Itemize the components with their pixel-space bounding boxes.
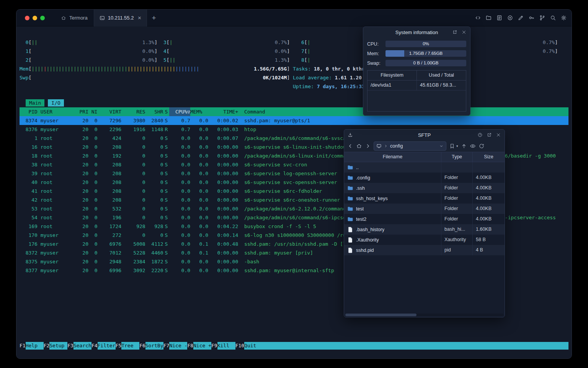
fkey-f9[interactable]: F9 <box>211 342 217 350</box>
sftp-file-row-sshd.pid[interactable]: sshd.pidpid4 B <box>344 245 505 255</box>
tab-home[interactable]: Termora <box>55 10 94 26</box>
record-icon[interactable] <box>507 15 513 21</box>
column-header-mem[interactable]: MEM% <box>190 107 208 116</box>
fkey-f4[interactable]: F4 <box>91 342 98 350</box>
fkey-f1[interactable]: F1 <box>20 342 26 350</box>
fkey-f5[interactable]: F5 <box>116 342 122 350</box>
size-column-header[interactable]: Size <box>473 152 505 162</box>
process-cell: 0.1 <box>190 248 208 257</box>
sftp-file-row-.config[interactable]: .configFolder4.00KB <box>344 172 505 183</box>
file-icon <box>347 227 353 233</box>
show-hidden-files-icon[interactable] <box>470 143 476 149</box>
process-cell: 20 <box>77 196 88 204</box>
column-header-virt[interactable]: VIRT <box>97 107 121 116</box>
close-tab-icon[interactable]: ✕ <box>137 15 141 21</box>
fkey-f6[interactable]: F6 <box>139 342 145 350</box>
sftp-file-row-..[interactable]: .. <box>344 162 505 172</box>
help-icon[interactable] <box>477 132 483 138</box>
code-icon[interactable] <box>475 15 481 21</box>
bookmark-icon[interactable] <box>449 143 455 149</box>
filename-column-header[interactable]: Filename <box>344 152 441 162</box>
tab-session[interactable]: 10.211.55.2 ✕ <box>94 10 147 26</box>
fkey-label-f9[interactable]: Kill <box>217 342 235 350</box>
settings-icon[interactable] <box>560 15 567 21</box>
fkey-label-f7[interactable]: Nice - <box>169 342 187 350</box>
column-header-pid[interactable]: PID <box>20 107 38 116</box>
process-cell: 0.0 <box>169 143 190 151</box>
filesystem-name: /dev/vda1 <box>368 80 417 90</box>
column-header-time[interactable]: TIME+ <box>208 107 238 116</box>
process-cell: 0 <box>88 257 97 266</box>
open-in-window-icon[interactable] <box>487 132 492 138</box>
fkey-label-f3[interactable]: Search <box>74 342 91 350</box>
process-cell: 6976 <box>97 240 121 248</box>
fkey-f10[interactable]: F10 <box>235 342 244 350</box>
path-breadcrumb[interactable]: config <box>374 141 446 151</box>
branch-icon[interactable] <box>539 15 546 21</box>
folder-icon[interactable] <box>485 15 492 21</box>
key-icon[interactable] <box>528 15 535 21</box>
process-cell: 208 <box>97 187 121 196</box>
process-cell: 20 <box>77 160 88 169</box>
zoom-window-button[interactable] <box>40 16 45 20</box>
sftp-file-row-test2[interactable]: test2Folder4.00KB <box>344 214 505 224</box>
home-directory-icon[interactable] <box>356 143 362 149</box>
column-header-shr[interactable]: SHR <box>145 107 163 116</box>
filesystem-used-total: 45.61GB / 58.3... <box>417 80 466 90</box>
fkey-label-f1[interactable]: Help <box>26 342 44 350</box>
process-cell: S <box>163 116 170 125</box>
close-panel-icon[interactable] <box>461 30 467 35</box>
close-window-button[interactable] <box>25 16 29 20</box>
horizontal-scrollbar[interactable] <box>345 314 503 316</box>
column-header-s[interactable]: S <box>163 107 170 116</box>
column-header-user[interactable]: USER <box>38 107 77 116</box>
search-icon[interactable] <box>550 15 556 21</box>
path-dropdown-icon[interactable] <box>439 144 444 148</box>
column-header-pri[interactable]: PRI <box>77 107 88 116</box>
back-icon[interactable] <box>347 143 353 149</box>
edit-icon[interactable] <box>518 15 524 21</box>
filesystem-row[interactable]: /dev/vda1 45.61GB / 58.3... <box>368 80 466 90</box>
process-cell: 272 <box>97 231 121 240</box>
fkey-label-f4[interactable]: Filter <box>98 342 116 350</box>
file-size-cell <box>473 162 505 172</box>
process-cell: S <box>163 204 170 213</box>
fkey-f2[interactable]: F2 <box>44 342 50 350</box>
htop-tab-main[interactable]: Main <box>26 99 44 107</box>
column-header-ni[interactable]: NI <box>88 107 97 116</box>
forward-icon[interactable] <box>365 143 371 149</box>
open-in-window-icon[interactable] <box>452 30 457 35</box>
fkey-f8[interactable]: F8 <box>187 342 193 350</box>
fkey-label-f8[interactable]: Nice + <box>193 342 211 350</box>
sftp-file-row-ssh_host_keys[interactable]: ssh_host_keysFolder4.00KB <box>344 193 505 204</box>
fkey-f7[interactable]: F7 <box>163 342 170 350</box>
minimize-window-button[interactable] <box>33 16 37 20</box>
htop-tab-io[interactable]: I/O <box>48 99 64 107</box>
memory-row: Mem[||||||||||||||||||||||||||||||||||||… <box>20 64 568 73</box>
sftp-file-row-.Xauthority[interactable]: .XauthorityXauthority58 B <box>344 235 505 245</box>
sftp-file-row-test[interactable]: testFolder4.00KB <box>344 204 505 214</box>
fkey-label-f10[interactable]: Quit <box>244 342 568 350</box>
refresh-icon[interactable] <box>479 143 485 149</box>
sftp-file-row-.bash_history[interactable]: .bash_historybash_hi...1.60KB <box>344 224 505 235</box>
fkey-label-f6[interactable]: SortBy <box>145 342 163 350</box>
process-row-pid-8374[interactable]: 8374myuser200729639802840S0.70.00:00.02s… <box>20 116 568 125</box>
close-panel-icon[interactable] <box>496 132 501 138</box>
type-column-header[interactable]: Type <box>441 152 473 162</box>
file-size-cell: 4.00KB <box>473 214 505 224</box>
process-cell: 18 <box>20 151 38 160</box>
fkey-f3[interactable]: F3 <box>67 342 74 350</box>
meter-bracket: [ <box>167 56 170 64</box>
bookmark-dropdown-icon[interactable]: ▾ <box>456 144 458 148</box>
process-cell: 0:00.00 <box>208 266 238 275</box>
sftp-file-row-.ssh[interactable]: .sshFolder4.00KB <box>344 183 505 193</box>
file-name: test <box>356 206 364 212</box>
new-tab-button[interactable]: + <box>152 10 156 26</box>
column-header-cpu[interactable]: CPU%▽ <box>169 107 190 116</box>
scrollbar-thumb[interactable] <box>345 314 416 316</box>
tasks-icon[interactable] <box>496 15 503 21</box>
fkey-label-f2[interactable]: Setup <box>49 342 67 350</box>
parent-directory-icon[interactable] <box>461 143 467 149</box>
column-header-res[interactable]: RES <box>121 107 145 116</box>
fkey-label-f5[interactable]: Tree <box>121 342 139 350</box>
